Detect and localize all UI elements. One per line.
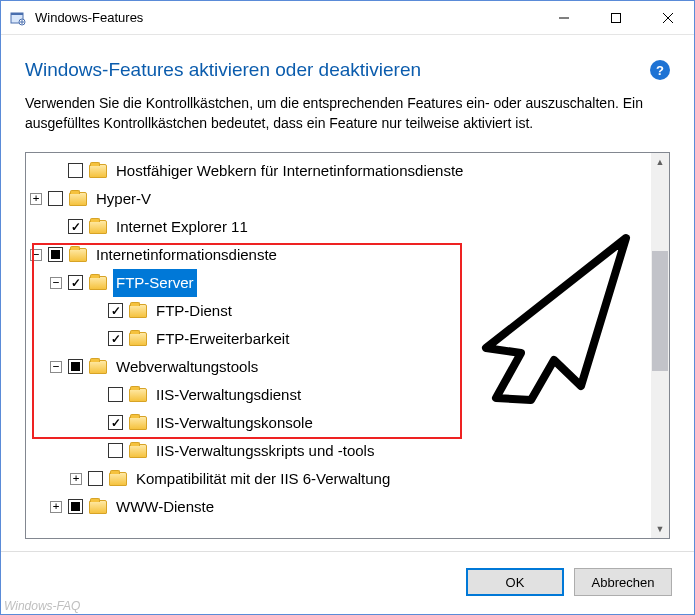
- cancel-button[interactable]: Abbrechen: [574, 568, 672, 596]
- expander-plus-icon[interactable]: +: [30, 193, 42, 205]
- feature-checkbox[interactable]: [48, 191, 63, 206]
- tree-viewport: Hostfähiger Webkern für Internetinformat…: [26, 153, 651, 538]
- tree-row[interactable]: −Internetinformationsdienste: [30, 241, 651, 269]
- folder-icon: [129, 332, 147, 346]
- svg-rect-1: [11, 13, 23, 15]
- expander-none: [50, 165, 62, 177]
- folder-icon: [89, 360, 107, 374]
- feature-checkbox[interactable]: [108, 331, 123, 346]
- feature-checkbox[interactable]: [108, 303, 123, 318]
- feature-checkbox[interactable]: [68, 359, 83, 374]
- feature-label[interactable]: Internetinformationsdienste: [93, 241, 280, 269]
- feature-checkbox[interactable]: [68, 163, 83, 178]
- feature-label[interactable]: Internet Explorer 11: [113, 213, 251, 241]
- folder-icon: [129, 388, 147, 402]
- tree-row[interactable]: +Hyper-V: [30, 185, 651, 213]
- tree-row[interactable]: −Webverwaltungstools: [30, 353, 651, 381]
- feature-label[interactable]: Hostfähiger Webkern für Internetinformat…: [113, 157, 466, 185]
- dialog-buttons: OK Abbrechen: [1, 551, 694, 614]
- window-title: Windows-Features: [35, 10, 538, 25]
- expander-none: [90, 389, 102, 401]
- feature-label[interactable]: Kompatibilität mit der IIS 6-Verwaltung: [133, 465, 393, 493]
- help-icon[interactable]: ?: [650, 60, 670, 80]
- feature-checkbox[interactable]: [88, 471, 103, 486]
- window-controls: [538, 1, 694, 34]
- content-pane: Windows-Features aktivieren oder deaktiv…: [1, 35, 694, 551]
- expander-none: [50, 221, 62, 233]
- svg-rect-3: [612, 13, 621, 22]
- feature-checkbox[interactable]: [68, 219, 83, 234]
- feature-checkbox[interactable]: [108, 443, 123, 458]
- tree-row[interactable]: +WWW-Dienste: [30, 493, 651, 521]
- folder-icon: [129, 444, 147, 458]
- tree-row[interactable]: Hostfähiger Webkern für Internetinformat…: [30, 157, 651, 185]
- tree-row[interactable]: FTP-Erweiterbarkeit: [30, 325, 651, 353]
- description-text: Verwenden Sie die Kontrollkästchen, um d…: [25, 93, 670, 134]
- scroll-track[interactable]: [651, 171, 669, 520]
- feature-checkbox[interactable]: [68, 499, 83, 514]
- folder-icon: [89, 276, 107, 290]
- close-button[interactable]: [642, 1, 694, 34]
- features-tree: Hostfähiger Webkern für Internetinformat…: [25, 152, 670, 539]
- expander-minus-icon[interactable]: −: [50, 277, 62, 289]
- expander-minus-icon[interactable]: −: [30, 249, 42, 261]
- folder-icon: [89, 500, 107, 514]
- folder-icon: [89, 164, 107, 178]
- scroll-thumb[interactable]: [652, 251, 668, 371]
- folder-icon: [69, 192, 87, 206]
- feature-label[interactable]: FTP-Server: [113, 269, 197, 297]
- expander-none: [90, 305, 102, 317]
- feature-label[interactable]: WWW-Dienste: [113, 493, 217, 521]
- scrollbar-vertical[interactable]: ▲ ▼: [651, 153, 669, 538]
- expander-plus-icon[interactable]: +: [50, 501, 62, 513]
- feature-checkbox[interactable]: [108, 415, 123, 430]
- maximize-button[interactable]: [590, 1, 642, 34]
- tree-row[interactable]: IIS-Verwaltungsskripts und -tools: [30, 437, 651, 465]
- feature-label[interactable]: Webverwaltungstools: [113, 353, 261, 381]
- feature-label[interactable]: FTP-Dienst: [153, 297, 235, 325]
- scroll-down-arrow[interactable]: ▼: [651, 520, 669, 538]
- titlebar[interactable]: Windows-Features: [1, 1, 694, 35]
- feature-checkbox[interactable]: [48, 247, 63, 262]
- heading-row: Windows-Features aktivieren oder deaktiv…: [25, 59, 670, 81]
- tree-row[interactable]: IIS-Verwaltungskonsole: [30, 409, 651, 437]
- tree-row[interactable]: +Kompatibilität mit der IIS 6-Verwaltung: [30, 465, 651, 493]
- tree-row[interactable]: IIS-Verwaltungsdienst: [30, 381, 651, 409]
- feature-label[interactable]: IIS-Verwaltungskonsole: [153, 409, 316, 437]
- page-heading: Windows-Features aktivieren oder deaktiv…: [25, 59, 650, 81]
- tree-row[interactable]: Internet Explorer 11: [30, 213, 651, 241]
- feature-label[interactable]: IIS-Verwaltungsdienst: [153, 381, 304, 409]
- expander-none: [90, 417, 102, 429]
- expander-none: [90, 445, 102, 457]
- folder-icon: [69, 248, 87, 262]
- folder-icon: [109, 472, 127, 486]
- folder-icon: [129, 416, 147, 430]
- expander-none: [90, 333, 102, 345]
- expander-minus-icon[interactable]: −: [50, 361, 62, 373]
- feature-label[interactable]: IIS-Verwaltungsskripts und -tools: [153, 437, 377, 465]
- window-frame: Windows-Features Windows-Features aktivi…: [0, 0, 695, 615]
- folder-icon: [129, 304, 147, 318]
- scroll-up-arrow[interactable]: ▲: [651, 153, 669, 171]
- watermark: Windows-FAQ: [4, 599, 80, 613]
- feature-label[interactable]: Hyper-V: [93, 185, 154, 213]
- feature-checkbox[interactable]: [108, 387, 123, 402]
- tree-row[interactable]: FTP-Dienst: [30, 297, 651, 325]
- feature-label[interactable]: FTP-Erweiterbarkeit: [153, 325, 292, 353]
- ok-button[interactable]: OK: [466, 568, 564, 596]
- expander-plus-icon[interactable]: +: [70, 473, 82, 485]
- minimize-button[interactable]: [538, 1, 590, 34]
- folder-icon: [89, 220, 107, 234]
- feature-checkbox[interactable]: [68, 275, 83, 290]
- tree-row[interactable]: −FTP-Server: [30, 269, 651, 297]
- app-icon: [9, 9, 27, 27]
